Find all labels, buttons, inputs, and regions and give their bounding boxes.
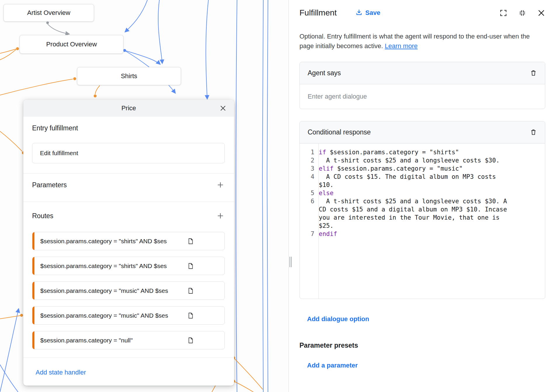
code-line[interactable]: 5else (300, 189, 545, 197)
flow-node-label: Artist Overview (27, 9, 70, 17)
agent-says-header: Agent says (300, 62, 545, 84)
code-line[interactable]: 1if $session.params.category = "shirts" (300, 148, 545, 156)
price-page-card: Price Entry fulfillment Edit fulfillment… (23, 100, 234, 386)
route-accent-bar (32, 282, 34, 300)
expand-fullscreen-icon[interactable] (499, 9, 507, 17)
entry-fulfillment-label: Entry fulfillment (32, 124, 78, 132)
code-line[interactable]: 7endif (300, 230, 545, 238)
agent-says-body (300, 84, 545, 109)
price-card-header: Price (23, 100, 234, 117)
conditional-response-header: Conditional response (300, 121, 545, 144)
fulfillment-panel: Fulfillment Save Optional. Entry fulfill… (292, 0, 554, 392)
flow-node-product-overview[interactable]: Product Overview (20, 35, 123, 54)
add-state-handler-button[interactable]: Add state handler (36, 369, 86, 376)
flow-node-label: Shirts (121, 72, 137, 80)
divider (23, 357, 234, 358)
route-row[interactable]: $session.params.category = "null" (32, 331, 225, 349)
agent-says-card: Agent says (299, 62, 545, 109)
route-accent-bar (32, 257, 34, 275)
route-condition: $session.params.category = "music" AND $… (40, 312, 188, 319)
conditional-response-card: Conditional response 1if $session.params… (299, 121, 545, 299)
route-condition: $session.params.category = "null" (40, 337, 188, 344)
code-line-number: 5 (300, 189, 314, 197)
route-list: $session.params.category = "shirts" AND … (32, 232, 225, 356)
save-icon (356, 9, 363, 17)
route-row[interactable]: $session.params.category = "music" AND $… (32, 306, 225, 325)
panel-description: Optional. Entry fulfillment is what the … (299, 32, 545, 51)
route-page-icon[interactable] (188, 263, 194, 269)
route-condition: $session.params.category = "music" AND $… (40, 287, 188, 294)
route-page-icon[interactable] (188, 288, 194, 294)
add-parameter-plus-icon[interactable] (217, 181, 224, 189)
panel-title: Fulfillment (299, 8, 337, 18)
parameters-label: Parameters (32, 181, 67, 189)
code-line-text: A t-shirt costs $25 and a longsleeve cos… (319, 156, 513, 164)
code-editor[interactable]: 1if $session.params.category = "shirts"2… (300, 144, 545, 299)
code-line-text: if $session.params.category = "shirts" (319, 148, 513, 156)
route-row[interactable]: $session.params.category = "music" AND $… (32, 281, 225, 300)
route-page-icon[interactable] (188, 312, 194, 319)
collapse-fullscreen-icon[interactable] (518, 9, 526, 17)
route-page-icon[interactable] (188, 238, 194, 244)
flow-node-artist-overview[interactable]: Artist Overview (4, 4, 94, 22)
edit-fulfillment-label: Edit fulfillment (40, 150, 78, 157)
code-line-text: else (319, 189, 513, 197)
save-label: Save (365, 9, 380, 17)
route-condition: $session.params.category = "shirts" AND … (40, 262, 188, 270)
edit-fulfillment-button[interactable]: Edit fulfillment (32, 143, 225, 163)
panel-splitter[interactable] (288, 0, 292, 392)
route-condition: $session.params.category = "shirts" AND … (40, 238, 188, 245)
splitter-grip-icon[interactable] (290, 257, 292, 267)
save-button[interactable]: Save (356, 9, 380, 17)
route-page-icon[interactable] (188, 337, 194, 344)
route-row[interactable]: $session.params.category = "shirts" AND … (32, 232, 225, 250)
fulfillment-panel-header: Fulfillment Save (299, 8, 545, 18)
route-accent-bar (32, 331, 34, 349)
code-line-number: 6 (300, 197, 314, 230)
code-line[interactable]: 2 A t-shirt costs $25 and a longsleeve c… (300, 156, 545, 164)
parameter-presets-heading: Parameter presets (299, 342, 545, 349)
code-line[interactable]: 6 A t-shirt costs $25 and a longsleeve c… (300, 197, 545, 230)
learn-more-link[interactable]: Learn more (385, 42, 418, 50)
route-accent-bar (32, 307, 34, 324)
divider (23, 202, 234, 202)
code-line-text: elif $session.params.category = "music" (319, 164, 513, 173)
routes-label: Routes (32, 212, 53, 220)
delete-conditional-response-icon[interactable] (530, 129, 537, 136)
code-line-number: 3 (300, 164, 314, 173)
agent-dialogue-input[interactable] (300, 93, 545, 100)
add-dialogue-option-button[interactable]: Add dialogue option (307, 315, 369, 323)
agent-says-title: Agent says (308, 69, 341, 77)
price-card-title: Price (121, 104, 136, 112)
conditional-response-title: Conditional response (308, 128, 371, 136)
delete-agent-says-icon[interactable] (530, 69, 537, 77)
code-line[interactable]: 3elif $session.params.category = "music" (300, 164, 545, 173)
route-row[interactable]: $session.params.category = "shirts" AND … (32, 257, 225, 275)
code-line[interactable]: 4 A CD costs $15. The digital album on M… (300, 173, 545, 189)
code-line-number: 4 (300, 173, 314, 189)
add-a-parameter-button[interactable]: Add a parameter (307, 362, 358, 369)
add-route-plus-icon[interactable] (217, 212, 224, 220)
flow-node-shirts[interactable]: Shirts (77, 67, 181, 85)
dialogflow-page-editor: Artist Overview Product Overview Shirts … (0, 0, 554, 392)
route-accent-bar (32, 232, 34, 250)
code-line-text: A t-shirt costs $25 and a longsleeve cos… (319, 197, 513, 230)
price-card-close-icon[interactable] (219, 105, 227, 112)
code-line-text: endif (319, 230, 513, 238)
code-line-number: 1 (300, 148, 314, 156)
divider (23, 173, 234, 174)
code-line-number: 2 (300, 156, 314, 164)
flow-node-label: Product Overview (46, 41, 97, 48)
code-line-number: 7 (300, 230, 314, 238)
flow-canvas[interactable]: Artist Overview Product Overview Shirts … (0, 0, 288, 392)
close-panel-icon[interactable] (537, 9, 545, 17)
code-line-text: A CD costs $15. The digital album on MP3… (319, 173, 513, 189)
